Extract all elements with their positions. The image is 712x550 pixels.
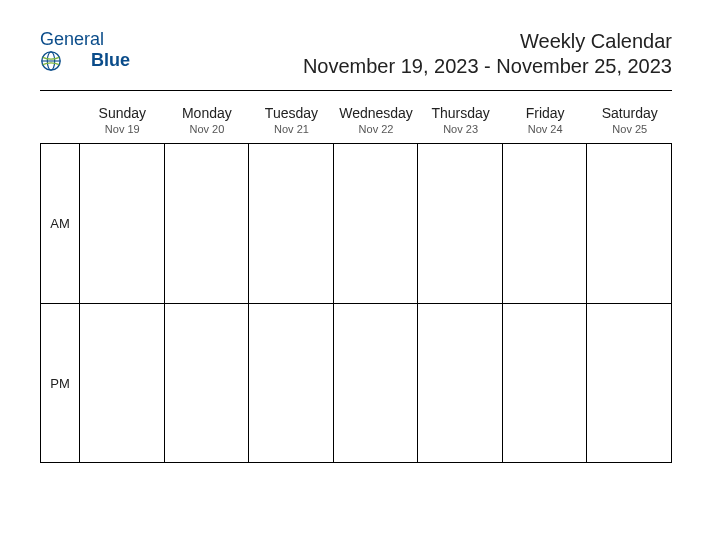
day-name: Saturday [587, 105, 672, 121]
time-label-am: AM [40, 143, 80, 303]
time-col-spacer [40, 101, 80, 143]
cell-pm-monday [165, 303, 250, 463]
header: General Blue Weekly Calendar November 19… [40, 30, 672, 78]
day-date: Nov 25 [587, 123, 672, 135]
page-title: Weekly Calendar [303, 30, 672, 53]
calendar-grid: AM PM [40, 143, 672, 463]
day-name: Friday [503, 105, 588, 121]
day-name: Wednesday [334, 105, 419, 121]
day-name: Tuesday [249, 105, 334, 121]
logo-blue-text: Blue [91, 51, 130, 71]
day-date: Nov 24 [503, 123, 588, 135]
cell-am-saturday [587, 143, 672, 303]
day-name: Monday [165, 105, 250, 121]
cell-am-wednesday [334, 143, 419, 303]
day-header-monday: Monday Nov 20 [165, 101, 250, 143]
cell-am-monday [165, 143, 250, 303]
day-header-sunday: Sunday Nov 19 [80, 101, 165, 143]
cell-am-sunday [80, 143, 165, 303]
date-range: November 19, 2023 - November 25, 2023 [303, 55, 672, 78]
logo-general-text: General [40, 30, 130, 50]
cell-am-friday [503, 143, 588, 303]
grid-row-am: AM [40, 143, 672, 303]
cell-pm-tuesday [249, 303, 334, 463]
day-name: Thursday [418, 105, 503, 121]
logo-text: General Blue [40, 30, 130, 72]
cell-am-thursday [418, 143, 503, 303]
day-name: Sunday [80, 105, 165, 121]
day-header-saturday: Saturday Nov 25 [587, 101, 672, 143]
day-date: Nov 20 [165, 123, 250, 135]
logo-globe-icon [40, 50, 63, 70]
logo: General Blue [40, 30, 130, 72]
grid-row-pm: PM [40, 303, 672, 463]
cell-am-tuesday [249, 143, 334, 303]
cell-pm-friday [503, 303, 588, 463]
day-header-wednesday: Wednesday Nov 22 [334, 101, 419, 143]
day-date: Nov 19 [80, 123, 165, 135]
header-divider [40, 90, 672, 91]
day-date: Nov 22 [334, 123, 419, 135]
time-label-pm: PM [40, 303, 80, 463]
day-date: Nov 21 [249, 123, 334, 135]
day-headers-row: Sunday Nov 19 Monday Nov 20 Tuesday Nov … [40, 101, 672, 143]
cell-pm-thursday [418, 303, 503, 463]
calendar: Sunday Nov 19 Monday Nov 20 Tuesday Nov … [40, 101, 672, 463]
title-block: Weekly Calendar November 19, 2023 - Nove… [303, 30, 672, 78]
day-header-thursday: Thursday Nov 23 [418, 101, 503, 143]
cell-pm-sunday [80, 303, 165, 463]
day-header-tuesday: Tuesday Nov 21 [249, 101, 334, 143]
day-header-friday: Friday Nov 24 [503, 101, 588, 143]
cell-pm-wednesday [334, 303, 419, 463]
day-date: Nov 23 [418, 123, 503, 135]
cell-pm-saturday [587, 303, 672, 463]
